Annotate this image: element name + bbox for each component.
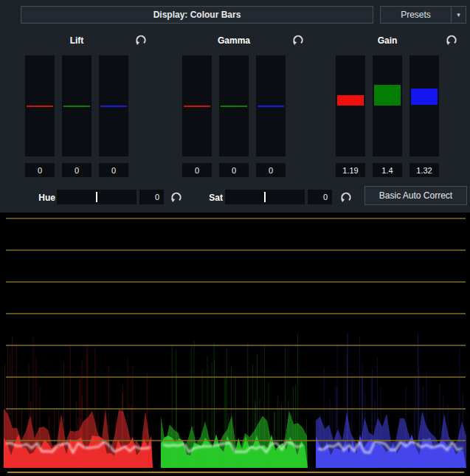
chevron-down-icon[interactable]: ▾ (452, 7, 466, 23)
gain-blue-value[interactable]: 1.32 (409, 163, 439, 177)
hue-label: Hue (22, 193, 55, 203)
lift-red-slider[interactable] (25, 55, 55, 156)
lift-blue-handle[interactable] (100, 106, 127, 107)
gain-red-slider[interactable] (336, 55, 365, 156)
gamma-green-value[interactable]: 0 (219, 163, 249, 177)
gamma-blue-slider[interactable] (256, 55, 286, 156)
sat-slider[interactable] (225, 190, 305, 204)
hue-value[interactable]: 0 (139, 190, 164, 204)
gain-green-handle[interactable] (374, 85, 401, 106)
lift-green-value[interactable]: 0 (62, 163, 91, 177)
lift-blue-slider[interactable] (99, 55, 128, 156)
basic-auto-correct-button[interactable]: Basic Auto Correct (364, 186, 467, 205)
gain-blue-handle[interactable] (411, 89, 438, 105)
gain-green-value[interactable]: 1.4 (373, 163, 402, 177)
sat-reset-icon[interactable] (339, 190, 353, 204)
gain-title: Gain (336, 35, 439, 46)
presets-dropdown[interactable]: Presets ▾ (380, 6, 466, 24)
lift-group: Lift 0 0 0 (25, 32, 149, 180)
gamma-blue-value[interactable]: 0 (256, 163, 286, 177)
sat-value[interactable]: 0 (308, 190, 332, 204)
colour-correction-panel: Display: Colour Bars Presets ▾ Lift 0 0 … (0, 0, 470, 476)
hue-slider-tick[interactable] (96, 192, 97, 202)
presets-label[interactable]: Presets (381, 7, 452, 23)
gamma-red-slider[interactable] (182, 55, 212, 156)
display-mode-button[interactable]: Display: Colour Bars (21, 6, 373, 24)
lift-red-handle[interactable] (27, 106, 53, 107)
rgb-parade-waveform (0, 213, 470, 476)
lift-blue-value[interactable]: 0 (99, 163, 128, 177)
gamma-group: Gamma 0 0 0 (182, 32, 306, 180)
gain-group: Gain 1.19 1.4 1.32 (336, 32, 460, 180)
gain-reset-icon[interactable] (445, 33, 458, 46)
gain-blue-slider[interactable] (409, 55, 439, 156)
lift-title: Lift (25, 35, 128, 46)
gain-green-slider[interactable] (373, 55, 402, 156)
gamma-title: Gamma (182, 35, 286, 46)
gamma-reset-icon[interactable] (291, 33, 305, 46)
gamma-green-slider[interactable] (219, 55, 249, 156)
lift-green-slider[interactable] (62, 55, 91, 156)
hue-reset-icon[interactable] (170, 190, 183, 204)
gamma-green-handle[interactable] (221, 106, 247, 107)
lift-reset-icon[interactable] (134, 33, 148, 46)
gain-red-handle[interactable] (337, 95, 364, 106)
lift-red-value[interactable]: 0 (25, 163, 55, 177)
hue-slider[interactable] (57, 190, 136, 204)
sat-label: Sat (190, 193, 223, 203)
gain-red-value[interactable]: 1.19 (336, 163, 365, 177)
gamma-red-value[interactable]: 0 (182, 163, 212, 177)
gamma-blue-handle[interactable] (258, 106, 284, 107)
sat-slider-tick[interactable] (264, 192, 266, 202)
gamma-red-handle[interactable] (184, 106, 210, 107)
lift-green-handle[interactable] (63, 106, 90, 107)
